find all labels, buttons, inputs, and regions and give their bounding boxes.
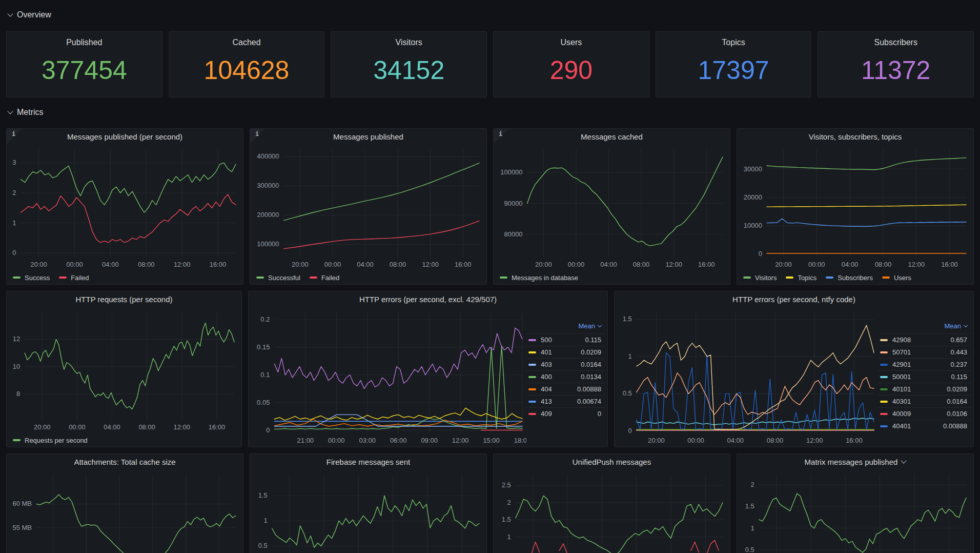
- svg-text:08:00: 08:00: [875, 261, 892, 268]
- legend-row[interactable]: 4010.0209: [526, 346, 604, 358]
- stat-value: 377454: [7, 47, 162, 97]
- legend-swatch-icon: [826, 276, 833, 279]
- svg-text:3: 3: [12, 159, 16, 166]
- section-overview[interactable]: Overview: [8, 9, 51, 21]
- panel-matrix-messages: Matrix messages published 0.511.5220:000…: [737, 453, 974, 553]
- legend-swatch-icon: [743, 276, 751, 279]
- svg-text:12:00: 12:00: [422, 261, 439, 268]
- panel-title[interactable]: UnifiedPush messages: [494, 454, 730, 469]
- chart-plot[interactable]: 11.522.520:0000:0004:0008:0012:0016:00: [497, 469, 727, 553]
- legend-label: 401: [541, 348, 552, 356]
- legend-row[interactable]: 4000.0134: [526, 370, 604, 383]
- legend-item[interactable]: Visitors: [743, 274, 777, 282]
- panel-title[interactable]: Messages published (per second): [7, 129, 243, 144]
- legend-item[interactable]: Successful: [256, 274, 300, 282]
- panel-title[interactable]: Messages published: [250, 129, 486, 144]
- stat-panel-cached[interactable]: Cached104628: [169, 31, 325, 97]
- svg-text:00:00: 00:00: [66, 261, 83, 268]
- legend-row[interactable]: 4090: [526, 407, 604, 420]
- svg-text:03:00: 03:00: [359, 437, 376, 444]
- svg-text:20:00: 20:00: [648, 437, 665, 444]
- stat-panel-published[interactable]: Published377454: [6, 31, 162, 97]
- chart-plot[interactable]: 012320:0000:0004:0008:0012:0016:00: [10, 144, 240, 271]
- chart-plot[interactable]: 0.511.520:0000:0004:0008:0012:0016:00: [253, 469, 483, 553]
- legend-item[interactable]: Messages in database: [500, 274, 578, 282]
- stat-value: 104628: [169, 47, 324, 97]
- info-icon[interactable]: i: [494, 129, 509, 144]
- chart-plot[interactable]: 010000200003000020:0000:0004:0008:0012:0…: [740, 144, 970, 271]
- legend-row[interactable]: 4030.0164: [526, 358, 604, 370]
- panel-title[interactable]: Matrix messages published: [737, 454, 973, 469]
- sort-chevron-icon: [964, 323, 968, 327]
- svg-text:16:00: 16:00: [941, 261, 958, 268]
- svg-text:00:00: 00:00: [324, 261, 341, 268]
- panel-title[interactable]: Attachments: Total cache size: [7, 454, 243, 469]
- chart-plot[interactable]: 800009000010000020:0000:0004:0008:0012:0…: [497, 144, 727, 271]
- legend-row[interactable]: 429080.657: [878, 333, 970, 346]
- legend-row[interactable]: 404010.00888: [878, 420, 970, 432]
- chart-plot[interactable]: 55 MB60 MB20:0000:0004:0008:0012:0016:00: [10, 469, 240, 553]
- legend-row[interactable]: 507010.443: [878, 346, 970, 358]
- chart-plot[interactable]: 10000020000030000040000020:0000:0004:000…: [253, 144, 483, 271]
- legend-swatch-icon: [880, 364, 888, 366]
- mean-label: Mean: [578, 322, 595, 330]
- legend-row[interactable]: 429010.237: [878, 358, 970, 370]
- legend-swatch-icon: [528, 413, 536, 415]
- chart-plot[interactable]: 00.511.520:0000:0004:0008:0012:0016:00: [618, 307, 878, 447]
- mean-sort-header[interactable]: Mean: [526, 321, 604, 333]
- svg-text:10: 10: [13, 363, 20, 370]
- chart-plot[interactable]: 8101220:0000:0004:0008:0012:0016:00: [10, 307, 238, 433]
- legend-row[interactable]: 401010.0209: [878, 383, 970, 395]
- legend-item[interactable]: Users: [882, 274, 911, 282]
- legend-label: Visitors: [755, 274, 777, 282]
- section-metrics[interactable]: Metrics: [8, 107, 44, 118]
- svg-text:00:00: 00:00: [568, 261, 585, 268]
- panel-messages-cached: i Messages cached 800009000010000020:000…: [493, 128, 730, 285]
- stat-panel-users[interactable]: Users290: [493, 31, 649, 97]
- legend-label: Success: [25, 274, 50, 282]
- svg-text:2.5: 2.5: [502, 481, 511, 489]
- legend-item[interactable]: Topics: [786, 274, 816, 282]
- svg-text:04:00: 04:00: [357, 261, 374, 268]
- legend-mean-value: 0.0134: [581, 373, 601, 381]
- panel-menu-chevron-icon[interactable]: [901, 458, 907, 463]
- legend-row[interactable]: 403010.0164: [878, 395, 970, 407]
- legend-item[interactable]: Failed: [59, 274, 89, 282]
- panel-title[interactable]: Visitors, subscribers, topics: [737, 129, 973, 144]
- legend-label: 40301: [892, 398, 911, 405]
- section-overview-label: Overview: [17, 10, 51, 19]
- panel-title[interactable]: HTTP requests (per second): [7, 291, 241, 307]
- legend-item[interactable]: Success: [13, 274, 50, 282]
- panel-title[interactable]: HTTP errors (per second, ntfy code): [615, 291, 973, 307]
- legend-mean-value: 0.657: [950, 336, 967, 344]
- panel-firebase-messages: Firebase messages sent 0.511.520:0000:00…: [250, 453, 487, 553]
- legend-row[interactable]: 4040.00888: [526, 383, 604, 395]
- legend-item[interactable]: Requests per second: [13, 437, 88, 444]
- stat-panel-subscribers[interactable]: Subscribers11372: [818, 31, 974, 97]
- svg-text:04:00: 04:00: [727, 437, 744, 444]
- legend-row[interactable]: 4130.00674: [526, 395, 604, 407]
- stat-panel-visitors[interactable]: Visitors34152: [331, 31, 487, 97]
- legend-row[interactable]: 400090.0106: [878, 407, 970, 420]
- legend-row[interactable]: 500010.115: [878, 370, 970, 383]
- legend-item[interactable]: Subscribers: [826, 274, 873, 282]
- info-icon[interactable]: i: [7, 129, 22, 144]
- legend-item[interactable]: Failed: [310, 274, 339, 282]
- panel-title[interactable]: Firebase messages sent: [250, 454, 486, 469]
- chart-plot[interactable]: 00.050.10.150.221:0000:0003:0006:0009:00…: [252, 307, 526, 447]
- panel-title[interactable]: HTTP errors (per second, excl. 429/507): [249, 291, 607, 307]
- svg-text:0.1: 0.1: [260, 371, 270, 379]
- chart-legend: SuccessFailed: [7, 271, 243, 284]
- svg-text:00:00: 00:00: [328, 437, 345, 444]
- legend-mean-value: 0.0209: [947, 385, 967, 393]
- legend-row[interactable]: 5000.115: [526, 333, 604, 346]
- chart-plot[interactable]: 0.511.5220:0000:0004:0008:0012:0016:00: [740, 469, 970, 553]
- info-icon[interactable]: i: [250, 129, 266, 144]
- stat-panel-topics[interactable]: Topics17397: [656, 31, 812, 97]
- legend-swatch-icon: [880, 351, 888, 353]
- panel-title[interactable]: Messages cached: [494, 129, 730, 144]
- svg-text:1: 1: [264, 517, 268, 524]
- svg-text:15:00: 15:00: [483, 437, 500, 444]
- svg-text:16:00: 16:00: [209, 423, 226, 431]
- mean-sort-header[interactable]: Mean: [878, 321, 970, 333]
